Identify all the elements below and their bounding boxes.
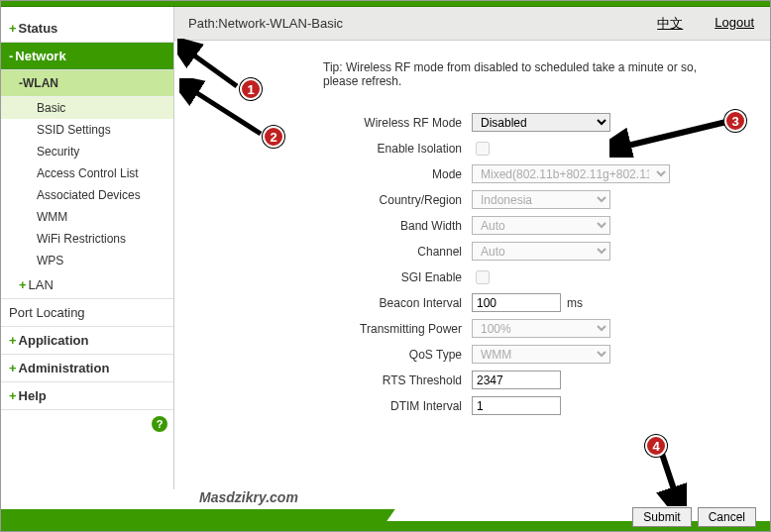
nav-leaf-basic[interactable]: Basic — [1, 97, 173, 119]
bandwidth-select[interactable]: Auto — [472, 216, 610, 235]
nav-leaf-assoc[interactable]: Associated Devices — [1, 184, 173, 206]
main-panel: Path:Network-WLAN-Basic 中文 Logout Tip: W… — [174, 7, 770, 489]
rts-label: RTS Threshold — [174, 373, 472, 387]
nav-leaf-wmm[interactable]: WMM — [1, 206, 173, 228]
nav-leaf-wps[interactable]: WPS — [1, 250, 173, 271]
qos-select[interactable]: WMM — [472, 345, 610, 364]
nav-wlan[interactable]: -WLAN — [1, 70, 173, 97]
nav-help[interactable]: +Help — [1, 382, 173, 410]
nav-lan[interactable]: +LAN — [1, 271, 173, 299]
nav-leaf-wifirestrict[interactable]: WiFi Restrictions — [1, 228, 173, 250]
breadcrumb: Path:Network-WLAN-Basic — [188, 16, 343, 31]
expand-icon: + — [9, 361, 17, 375]
collapse-icon: - — [9, 49, 13, 63]
sidebar: +Status -Network -WLAN Basic SSID Settin… — [1, 7, 174, 489]
help-icon[interactable]: ? — [152, 416, 167, 432]
nav-leaf-ssid[interactable]: SSID Settings — [1, 119, 173, 141]
country-label: Country/Region — [174, 193, 472, 207]
channel-label: Channel — [174, 245, 472, 259]
country-select[interactable]: Indonesia — [472, 190, 610, 209]
sgi-label: SGI Enable — [174, 270, 472, 284]
nav-application[interactable]: +Application — [1, 327, 173, 355]
qos-label: QoS Type — [174, 348, 472, 362]
mode-label: Mode — [174, 167, 472, 181]
nav-administration[interactable]: +Administration — [1, 355, 173, 382]
beacon-input[interactable] — [472, 293, 561, 312]
expand-icon: + — [9, 333, 17, 348]
logout-link[interactable]: Logout — [715, 15, 754, 33]
dtim-input[interactable] — [472, 396, 561, 415]
nav-network[interactable]: -Network — [1, 43, 173, 70]
nav-leaf-security[interactable]: Security — [1, 141, 173, 162]
bandwidth-label: Band Width — [174, 219, 472, 233]
nav-status[interactable]: +Status — [1, 15, 173, 43]
beacon-label: Beacon Interval — [174, 296, 472, 310]
rf-mode-select[interactable]: Disabled — [472, 113, 610, 132]
txpower-select[interactable]: 100% — [472, 319, 610, 338]
isolation-label: Enable Isolation — [174, 142, 472, 156]
wlan-basic-form: Wireless RF Mode Disabled Enable Isolati… — [174, 110, 770, 418]
mode-select[interactable]: Mixed(802.11b+802.11g+802.11n) — [472, 164, 670, 183]
txpower-label: Transmitting Power — [174, 322, 472, 336]
cancel-button[interactable]: Cancel — [698, 507, 756, 527]
expand-icon: + — [19, 277, 27, 292]
path-bar: Path:Network-WLAN-Basic 中文 Logout — [174, 7, 770, 41]
tip-text: Tip: Wireless RF mode from disabled to s… — [323, 60, 700, 88]
expand-icon: + — [9, 21, 17, 36]
isolation-checkbox[interactable] — [476, 142, 490, 156]
watermark-text: Masdzikry.com — [199, 489, 298, 505]
channel-select[interactable]: Auto — [472, 242, 610, 261]
rts-input[interactable] — [472, 371, 561, 389]
sgi-checkbox[interactable] — [476, 270, 490, 284]
submit-button[interactable]: Submit — [632, 507, 691, 527]
lang-link[interactable]: 中文 — [657, 15, 683, 33]
rf-mode-label: Wireless RF Mode — [174, 116, 472, 130]
dtim-label: DTIM Interval — [174, 399, 472, 413]
expand-icon: + — [9, 388, 17, 403]
nav-leaf-acl[interactable]: Access Control List — [1, 162, 173, 184]
footer: Masdzikry.com Submit Cancel — [1, 489, 770, 531]
beacon-unit: ms — [567, 296, 583, 310]
nav-port-locating[interactable]: Port Locating — [1, 299, 173, 327]
